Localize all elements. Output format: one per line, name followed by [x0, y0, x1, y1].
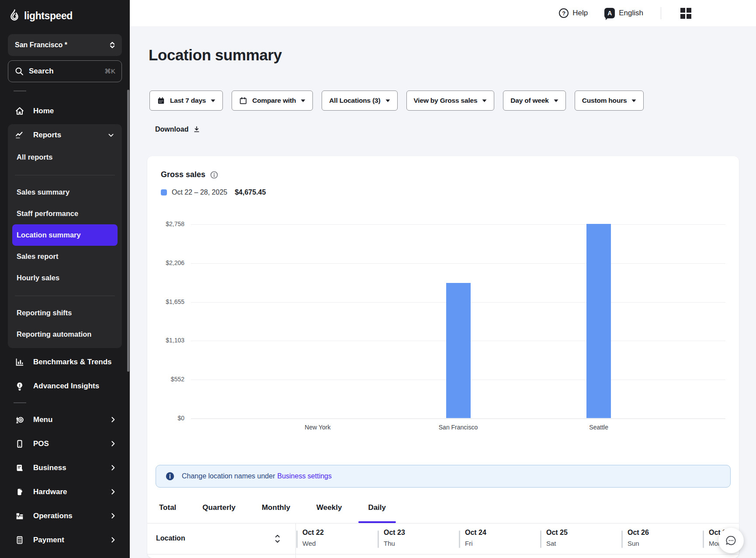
- column-header-oct-26[interactable]: Oct 26 Sun: [621, 529, 703, 550]
- chevron-right-icon: [109, 440, 117, 447]
- sidebar-item-reporting-shifts[interactable]: Reporting shifts: [8, 302, 122, 324]
- download-button[interactable]: Download: [155, 126, 201, 133]
- download-label: Download: [155, 126, 188, 133]
- sidebar-item-location-summary[interactable]: Location summary: [12, 224, 118, 246]
- sidebar-item-reporting-automation[interactable]: Reporting automation: [8, 324, 122, 345]
- filter-bar: Last 7 days Compare with All Locations (…: [149, 91, 644, 111]
- sidebar-item-label: Operations: [33, 512, 101, 520]
- sidebar-item-home[interactable]: Home: [0, 100, 130, 122]
- tab-total[interactable]: Total: [159, 502, 176, 523]
- business-settings-link[interactable]: Business settings: [277, 472, 332, 480]
- custom-hours-filter[interactable]: Custom hours: [575, 91, 644, 111]
- sidebar-divider: [14, 402, 26, 403]
- language-icon: A: [604, 8, 615, 18]
- sidebar-item-sales-summary[interactable]: Sales summary: [8, 181, 122, 203]
- sidebar-item-reports[interactable]: Reports: [8, 124, 122, 146]
- chevron-right-icon: [109, 488, 117, 495]
- search-input[interactable]: Search ⌘K: [8, 60, 122, 82]
- sidebar-item-advanced-insights[interactable]: Advanced Insights: [0, 374, 130, 398]
- chat-fab-button[interactable]: [718, 528, 744, 553]
- column-date: Oct 24: [465, 529, 486, 537]
- filter-label: Day of week: [510, 97, 548, 105]
- column-date: Oct 23: [384, 529, 405, 537]
- column-header-oct-24[interactable]: Oct 24 Fri: [459, 529, 540, 550]
- sidebar-item-label: Benchmarks & Trends: [33, 358, 117, 366]
- date-range-filter[interactable]: Last 7 days: [149, 91, 223, 111]
- page-title: Location summary: [149, 46, 282, 64]
- sidebar-item-label: POS: [33, 439, 101, 448]
- filter-label: Custom hours: [582, 97, 627, 105]
- calculator-icon: [15, 535, 24, 545]
- sidebar-item-sales-report[interactable]: Sales report: [8, 246, 122, 267]
- legend-total: $4,675.45: [235, 188, 266, 196]
- gridline: [191, 263, 725, 264]
- lightspeed-logo: lightspeed: [0, 0, 130, 24]
- location-selector[interactable]: San Francisco *: [8, 34, 122, 56]
- sidebar-item-business[interactable]: Business: [0, 456, 130, 480]
- column-resize-handle[interactable]: [459, 530, 460, 548]
- location-selector-value: San Francisco *: [15, 41, 109, 49]
- chevron-right-icon: [109, 416, 117, 423]
- sidebar-item-label: Home: [33, 107, 117, 115]
- sidebar-item-hardware[interactable]: Hardware: [0, 480, 130, 504]
- column-resize-handle[interactable]: [296, 530, 298, 548]
- search-icon: [15, 67, 24, 76]
- compare-with-filter[interactable]: Compare with: [232, 91, 313, 111]
- help-icon: ?: [559, 8, 569, 18]
- sort-icon[interactable]: [274, 533, 281, 544]
- info-icon[interactable]: [210, 171, 218, 179]
- sidebar-item-benchmarks[interactable]: Benchmarks & Trends: [0, 350, 130, 374]
- boxes-icon: [15, 511, 24, 521]
- column-resize-handle[interactable]: [703, 530, 704, 548]
- tab-daily[interactable]: Daily: [368, 502, 386, 523]
- language-button[interactable]: A English: [604, 8, 643, 18]
- sidebar-item-label: Hardware: [33, 488, 101, 496]
- chat-bubble-icon: [725, 534, 737, 547]
- dining-icon: [15, 415, 24, 425]
- sidebar-item-hourly-sales[interactable]: Hourly sales: [8, 267, 122, 289]
- column-header-oct-23[interactable]: Oct 23 Thu: [378, 529, 459, 550]
- column-header-oct-22[interactable]: Oct 22 Wed: [296, 529, 378, 550]
- chart-bar: [586, 224, 611, 418]
- banner-text: Change location names under: [182, 472, 275, 480]
- column-day: Fri: [465, 540, 473, 547]
- frozen-column-separator: [295, 523, 296, 558]
- sidebar-item-label: Payment: [33, 536, 101, 544]
- tab-weekly[interactable]: Weekly: [316, 502, 342, 523]
- sidebar-item-payment[interactable]: Payment: [0, 528, 130, 552]
- tab-monthly[interactable]: Monthly: [262, 502, 290, 523]
- sidebar-item-label: Business: [33, 464, 101, 472]
- info-filled-icon: [165, 471, 175, 481]
- app-grid-icon[interactable]: [680, 8, 691, 19]
- column-resize-handle[interactable]: [378, 530, 379, 548]
- locations-filter[interactable]: All Locations (3): [322, 91, 397, 111]
- chevron-right-icon: [109, 512, 117, 520]
- day-of-week-filter[interactable]: Day of week: [503, 91, 565, 111]
- search-placeholder: Search: [29, 67, 99, 76]
- view-by-filter[interactable]: View by Gross sales: [406, 91, 495, 111]
- sidebar-item-operations[interactable]: Operations: [0, 504, 130, 528]
- sidebar: lightspeed San Francisco * Search ⌘K Hom…: [0, 0, 130, 558]
- terminal-icon: [15, 487, 24, 497]
- sidebar-scrollbar-thumb[interactable]: [127, 90, 129, 372]
- column-resize-handle[interactable]: [540, 530, 541, 548]
- xaxis-category-label: Seattle: [589, 424, 608, 431]
- help-button[interactable]: ? Help: [559, 8, 588, 18]
- tab-quarterly[interactable]: Quarterly: [202, 502, 236, 523]
- sidebar-item-pos[interactable]: POS: [0, 432, 130, 456]
- chevron-right-icon: [109, 464, 117, 471]
- legend-period: Oct 22 – 28, 2025: [172, 188, 227, 196]
- lightbulb-icon: [15, 381, 24, 391]
- column-header-oct-25[interactable]: Oct 25 Sat: [540, 529, 621, 550]
- bar-chart-icon: [15, 357, 24, 367]
- sidebar-item-all-reports[interactable]: All reports: [8, 146, 122, 168]
- caret-down-icon: [631, 99, 636, 102]
- legend-swatch: [161, 189, 167, 195]
- yaxis-tick-label: $1,655: [141, 298, 184, 305]
- home-icon: [15, 106, 24, 116]
- calendar-icon: [157, 97, 165, 105]
- sidebar-item-menu[interactable]: Menu: [0, 408, 130, 432]
- sidebar-item-staff-performance[interactable]: Staff performance: [8, 203, 122, 224]
- ledger-icon: [15, 463, 24, 473]
- column-resize-handle[interactable]: [621, 530, 623, 548]
